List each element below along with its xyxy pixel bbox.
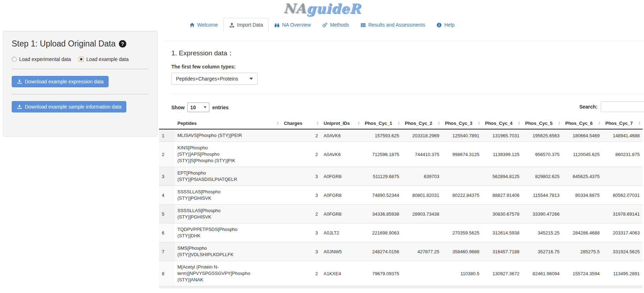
download-expression-data-button[interactable]: Download example expression data [12, 76, 109, 87]
page-length-control: Show 10 entries [171, 103, 632, 112]
panel-title: Step 1: Upload Original Data ? [12, 39, 149, 49]
column-header-label: Phos_Cyc_4 [485, 121, 512, 126]
column-header-charges[interactable]: Charges▲▼ [281, 118, 321, 129]
column-header-phos_cyc_7[interactable]: Phos_Cyc_7▲▼ [602, 118, 643, 129]
column-types-select[interactable]: Peptides+Charges+Proteins [171, 73, 258, 85]
cell-phos-cyc-2: 203318.2969 [402, 129, 442, 142]
cell-phos-cyc-3: 110380.5 [442, 261, 482, 286]
cell-phos-cyc-7: 331924.5625 [602, 242, 643, 261]
tab-label: Import Data [237, 22, 263, 28]
peptide-text: KINS[Phospho (STY)]APS[Phospho (STY)]S[P… [177, 145, 245, 164]
page-length-select[interactable]: 10 [187, 103, 209, 112]
cell-uniprot: A1KXE4 [321, 261, 362, 286]
tab-results-and-assessments[interactable]: Results and Assessments [355, 18, 431, 32]
cell-phos-cyc-6: 285275.5 [562, 242, 602, 261]
search-input[interactable] [601, 101, 644, 112]
tab-methods[interactable]: Methods [317, 18, 355, 32]
sort-arrows-icon: ▲▼ [357, 121, 360, 126]
cell-rownum: 2 [159, 142, 175, 167]
tab-welcome[interactable]: Welcome [184, 18, 224, 32]
peptide-text: TQDPVPPETPSDS[Phospho (STY)]DHK [177, 226, 245, 239]
cell-phos-cyc-2: 427877.25 [402, 242, 442, 261]
column-header-peptides[interactable]: Peptides▲▼ [175, 118, 281, 129]
peptide-text: SSSSLLAS[Phospho (STY)]PGHISVK [177, 208, 245, 220]
cell-phos-cyc-7 [602, 167, 643, 186]
cell-charge: 2 [281, 261, 321, 286]
sort-arrows-icon: ▲▼ [598, 121, 601, 126]
tab-help[interactable]: Help [431, 18, 460, 32]
column-header-phos_cyc_2[interactable]: Phos_Cyc_2▲▼ [402, 118, 442, 129]
cell-peptide: M[Acetyl (Protein N-term)]NPVYSPGSSGVPY[… [175, 261, 281, 286]
column-header-uniprot_ids[interactable]: Uniprot_IDs▲▼ [321, 118, 362, 129]
download-sample-information-button[interactable]: Download example sample information data [12, 101, 126, 112]
cell-phos-cyc-6: 645625.4375 [562, 167, 602, 186]
column-header-rownum[interactable] [159, 118, 175, 129]
tab-import-data[interactable]: Import Data [224, 18, 269, 32]
cell-phos-cyc-6: 284286.4688 [562, 223, 602, 242]
cell-phos-cyc-4: 1139399.125 [482, 142, 522, 167]
home-icon [189, 22, 195, 28]
cell-charge: 3 [281, 186, 321, 205]
cell-phos-cyc-3 [442, 167, 482, 186]
cell-uniprot: A0FGR8 [321, 186, 362, 205]
cell-rownum: 4 [159, 186, 175, 205]
logo-part-guider: guideR [306, 1, 360, 16]
radio-load-experimental-data[interactable]: Load experimental data [12, 56, 71, 62]
cell-charge: 3 [281, 242, 321, 261]
column-types-label: The first few column types: [171, 64, 644, 70]
peptide-text: SSSSLLAS[Phospho (STY)]PGHISVK [177, 189, 245, 201]
expression-data-table: Peptides▲▼Charges▲▼Uniprot_IDs▲▼Phos_Cyc… [159, 118, 643, 286]
table-row: 2KINS[Phospho (STY)]APS[Phospho (STY)]S[… [159, 142, 643, 167]
table-row: 8M[Acetyl (Protein N-term)]NPVYSPGSSGVPY… [159, 261, 643, 286]
column-header-label: Charges [284, 121, 302, 126]
cell-phos-cyc-3 [442, 205, 482, 223]
radio-label: Load example data [86, 56, 128, 62]
radio-label: Load experimental data [19, 56, 71, 62]
cell-uniprot: A0AVK6 [321, 129, 362, 142]
cell-phos-cyc-5: 345215.25 [522, 223, 562, 242]
question-circle-icon[interactable]: ? [119, 40, 126, 48]
cell-phos-cyc-6: 80334.6875 [562, 186, 602, 205]
cell-charge: 3 [281, 223, 321, 242]
column-header-phos_cyc_5[interactable]: Phos_Cyc_5▲▼ [522, 118, 562, 129]
table-icon [360, 22, 366, 28]
radio-load-example-data[interactable]: Load example data [79, 56, 128, 62]
cell-phos-cyc-5: 115544.7813 [522, 186, 562, 205]
cell-peptide: KINS[Phospho (STY)]APS[Phospho (STY)]S[P… [175, 142, 281, 167]
column-header-label: Uniprot_IDs [324, 121, 350, 126]
table-row: 3EPT[Phospho (STY)]PSIASDISLPIATQELR3A0F… [159, 167, 643, 186]
sort-arrows-icon: ▲▼ [316, 121, 319, 126]
cell-peptide: SSSSLLAS[Phospho (STY)]PGHISVK [175, 205, 281, 223]
table-row-partial [159, 286, 643, 288]
peptide-text: M[Acetyl (Protein N-term)]NPVYSPGSSGVPY[… [177, 264, 245, 283]
column-header-phos_cyc_6[interactable]: Phos_Cyc_6▲▼ [562, 118, 602, 129]
cell-phos-cyc-6: 155724.3594 [562, 261, 602, 286]
cell-rownum: 1 [159, 129, 175, 142]
sort-arrows-icon: ▲▼ [437, 121, 440, 126]
table-header-row: Peptides▲▼Charges▲▼Uniprot_IDs▲▼Phos_Cyc… [159, 118, 643, 129]
expression-data-heading: 1. Expression data： [171, 49, 644, 58]
tab-na-overview[interactable]: NA Overview [269, 18, 317, 32]
gears-icon [322, 22, 327, 28]
column-header-phos_cyc_3[interactable]: Phos_Cyc_3▲▼ [442, 118, 482, 129]
column-header-label: Phos_Cyc_2 [405, 121, 432, 126]
column-header-label: Phos_Cyc_3 [445, 121, 472, 126]
cell-phos-cyc-4: 562894.8125 [482, 167, 522, 186]
entries-label: entries [212, 105, 229, 110]
cell-phos-cyc-5: 82461.96094 [522, 261, 562, 286]
cell-phos-cyc-7: 80562.07031 [602, 186, 643, 205]
binoculars-icon [274, 22, 280, 28]
radio-checked-icon[interactable] [79, 57, 84, 62]
cell-charge: 2 [281, 142, 321, 167]
table-row: 1MLISAVS[Phospho (STY)]PEIR2A0AVK6157593… [159, 129, 643, 142]
cell-phos-cyc-2 [402, 223, 442, 242]
cell-phos-cyc-4: 312614.5938 [482, 223, 522, 242]
column-header-phos_cyc_1[interactable]: Phos_Cyc_1▲▼ [362, 118, 402, 129]
cell-phos-cyc-2: 80801.82031 [402, 186, 442, 205]
cell-phos-cyc-3: 270359.5625 [442, 223, 482, 242]
cell-rownum: 8 [159, 261, 175, 286]
radio-unchecked-icon[interactable] [12, 57, 17, 62]
cell-charge: 3 [281, 167, 321, 186]
button-label: Download example expression data [25, 79, 104, 84]
column-header-phos_cyc_4[interactable]: Phos_Cyc_4▲▼ [482, 118, 522, 129]
